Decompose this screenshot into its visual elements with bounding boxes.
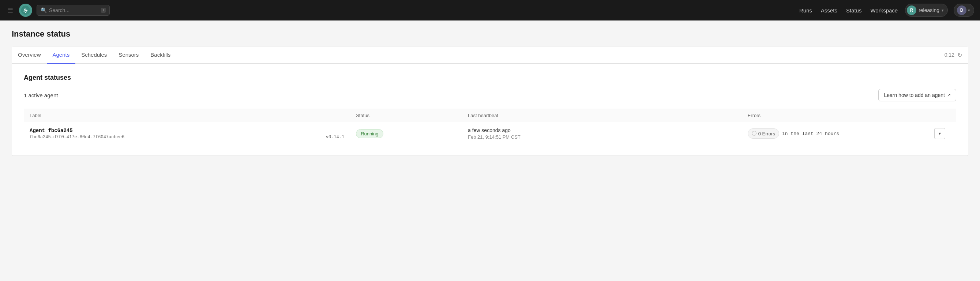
page-title: Instance status bbox=[12, 29, 968, 39]
user-menu[interactable]: R releasing ▾ bbox=[905, 4, 948, 17]
table-row: Agent fbc6a245 fbc6a245-d7f0-417e-80c4-7… bbox=[24, 122, 956, 145]
user-chevron-icon: ▾ bbox=[942, 8, 944, 13]
agents-header: 1 active agent Learn how to add an agent… bbox=[24, 89, 956, 101]
main-nav: Runs Assets Status Workspace bbox=[799, 7, 898, 14]
deployment-menu[interactable]: D ▾ bbox=[954, 4, 974, 17]
heartbeat-secondary: Feb 21, 9:14:51 PM CST bbox=[468, 134, 736, 140]
search-shortcut: / bbox=[101, 8, 106, 13]
tab-schedules[interactable]: Schedules bbox=[75, 46, 113, 64]
agent-version: v0.14.1 bbox=[326, 135, 344, 140]
learn-how-button[interactable]: Learn how to add an agent ↗ bbox=[878, 89, 956, 101]
search-icon: 🔍 bbox=[41, 7, 47, 13]
search-placeholder: Search... bbox=[49, 7, 99, 13]
error-badge: ⓘ 0 Errors bbox=[748, 128, 779, 139]
page-content: Instance status Overview Agents Schedule… bbox=[0, 21, 980, 164]
user-avatar: R bbox=[907, 5, 916, 15]
heartbeat-primary: a few seconds ago bbox=[468, 127, 736, 133]
nav-workspace[interactable]: Workspace bbox=[870, 7, 898, 14]
agents-table: Label Status Last heartbeat Errors Agent… bbox=[24, 109, 956, 145]
navbar: ☰ 🔍 Search... / Runs Assets Status Works… bbox=[0, 0, 980, 21]
tab-backfills[interactable]: Backfills bbox=[145, 46, 176, 64]
col-header-actions bbox=[928, 109, 956, 122]
error-timeframe: in the last 24 hours bbox=[782, 131, 839, 136]
active-agent-count: 1 active agent bbox=[24, 92, 58, 98]
main-content-area: Agent statuses 1 active agent Learn how … bbox=[12, 64, 968, 156]
col-header-label: Label bbox=[24, 109, 350, 122]
nav-assets[interactable]: Assets bbox=[821, 7, 837, 14]
table-header-row: Label Status Last heartbeat Errors bbox=[24, 109, 956, 122]
agent-status-cell: Running bbox=[350, 122, 462, 145]
tab-agents[interactable]: Agents bbox=[47, 46, 76, 64]
external-link-icon: ↗ bbox=[947, 93, 951, 98]
nav-runs[interactable]: Runs bbox=[799, 7, 812, 14]
col-header-heartbeat: Last heartbeat bbox=[462, 109, 742, 122]
deployment-chevron-icon: ▾ bbox=[968, 8, 970, 13]
tab-sensors[interactable]: Sensors bbox=[113, 46, 145, 64]
refresh-icon[interactable]: ↻ bbox=[957, 51, 962, 59]
agent-heartbeat-cell: a few seconds ago Feb 21, 9:14:51 PM CST bbox=[462, 122, 742, 145]
search-bar[interactable]: 🔍 Search... / bbox=[37, 5, 110, 16]
error-circle-icon: ⓘ bbox=[752, 130, 756, 137]
col-header-errors: Errors bbox=[742, 109, 928, 122]
error-count: 0 Errors bbox=[758, 131, 775, 136]
status-badge: Running bbox=[356, 129, 383, 138]
nav-status[interactable]: Status bbox=[846, 7, 862, 14]
col-header-status: Status bbox=[350, 109, 462, 122]
agent-actions-cell: ▾ bbox=[928, 122, 956, 145]
app-logo[interactable] bbox=[19, 4, 32, 17]
deployment-avatar: D bbox=[957, 5, 966, 15]
agent-errors-cell: ⓘ 0 Errors in the last 24 hours bbox=[742, 122, 928, 145]
tabs-bar: Overview Agents Schedules Sensors Backfi… bbox=[12, 46, 968, 64]
expand-button[interactable]: ▾ bbox=[934, 128, 945, 139]
section-title: Agent statuses bbox=[24, 74, 956, 81]
learn-how-label: Learn how to add an agent bbox=[884, 92, 945, 98]
agent-id: fbc6a245-d7f0-417e-80c4-7f6047acbee6 v0.… bbox=[30, 135, 344, 140]
refresh-timer-area: 0:12 ↻ bbox=[939, 51, 968, 59]
agent-name: Agent fbc6a245 bbox=[30, 128, 344, 134]
user-name: releasing bbox=[918, 7, 939, 13]
tab-overview[interactable]: Overview bbox=[12, 46, 47, 64]
errors-container: ⓘ 0 Errors in the last 24 hours bbox=[748, 128, 923, 139]
agent-label-cell: Agent fbc6a245 fbc6a245-d7f0-417e-80c4-7… bbox=[24, 122, 350, 145]
menu-icon[interactable]: ☰ bbox=[6, 5, 14, 16]
refresh-timer: 0:12 bbox=[945, 52, 955, 58]
